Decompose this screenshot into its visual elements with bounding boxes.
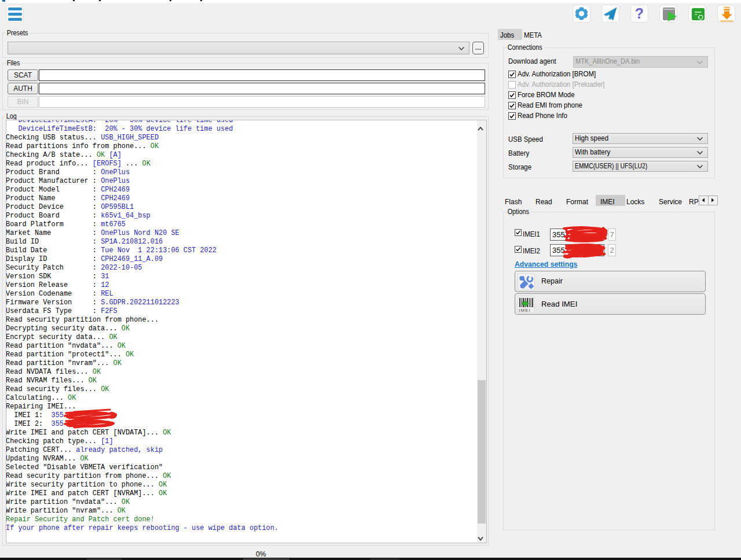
- svg-text:IMEI: IMEI: [519, 308, 531, 312]
